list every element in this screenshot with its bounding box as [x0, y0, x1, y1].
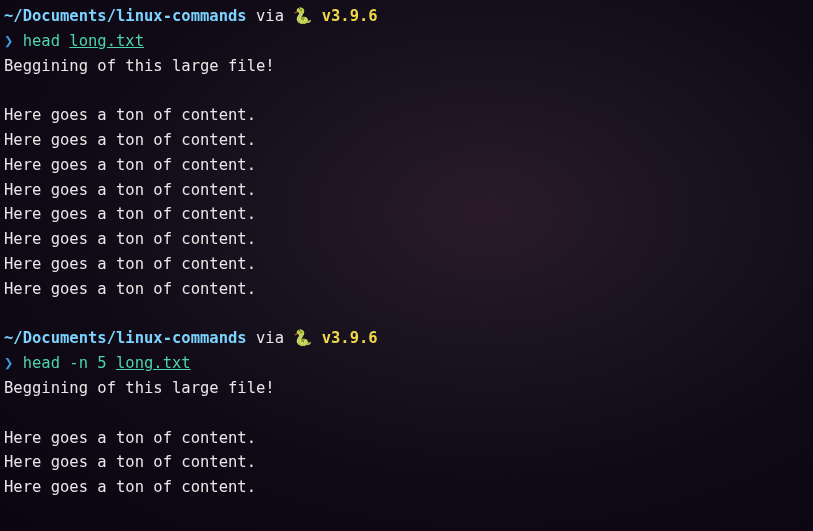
prompt-context-line-1: ~/Documents/linux-commands via 🐍 v3.9.6 [4, 4, 809, 29]
via-text: via [247, 329, 294, 347]
output-line: Here goes a ton of content. [4, 202, 809, 227]
python-version: v3.9.6 [322, 7, 378, 25]
output-line: Here goes a ton of content. [4, 252, 809, 277]
output-line: Beggining of this large file! [4, 54, 809, 79]
command-text: head [13, 32, 69, 50]
snake-icon: 🐍 [293, 7, 321, 25]
command-line-2[interactable]: ❯ head -n 5 long.txt [4, 351, 809, 376]
prompt-arrow-icon: ❯ [4, 354, 13, 372]
output-line: Here goes a ton of content. [4, 178, 809, 203]
output-line [4, 78, 809, 103]
blank-line [4, 302, 809, 327]
output-line: Beggining of this large file! [4, 376, 809, 401]
output-line: Here goes a ton of content. [4, 103, 809, 128]
filename-arg: long.txt [69, 32, 144, 50]
output-line [4, 401, 809, 426]
output-line: Here goes a ton of content. [4, 153, 809, 178]
python-version: v3.9.6 [322, 329, 378, 347]
prompt-context-line-2: ~/Documents/linux-commands via 🐍 v3.9.6 [4, 326, 809, 351]
output-line: Here goes a ton of content. [4, 128, 809, 153]
prompt-arrow-icon: ❯ [4, 32, 13, 50]
filename-arg: long.txt [116, 354, 191, 372]
cwd-path: ~/Documents/linux-commands [4, 7, 247, 25]
snake-icon: 🐍 [293, 329, 321, 347]
terminal-block-1: ~/Documents/linux-commands via 🐍 v3.9.6 … [4, 4, 809, 302]
output-line: Here goes a ton of content. [4, 227, 809, 252]
terminal-block-2: ~/Documents/linux-commands via 🐍 v3.9.6 … [4, 326, 809, 500]
output-line: Here goes a ton of content. [4, 426, 809, 451]
output-line: Here goes a ton of content. [4, 475, 809, 500]
output-line: Here goes a ton of content. [4, 450, 809, 475]
output-line: Here goes a ton of content. [4, 277, 809, 302]
command-line-1[interactable]: ❯ head long.txt [4, 29, 809, 54]
command-text: head -n 5 [13, 354, 116, 372]
cwd-path: ~/Documents/linux-commands [4, 329, 247, 347]
via-text: via [247, 7, 294, 25]
